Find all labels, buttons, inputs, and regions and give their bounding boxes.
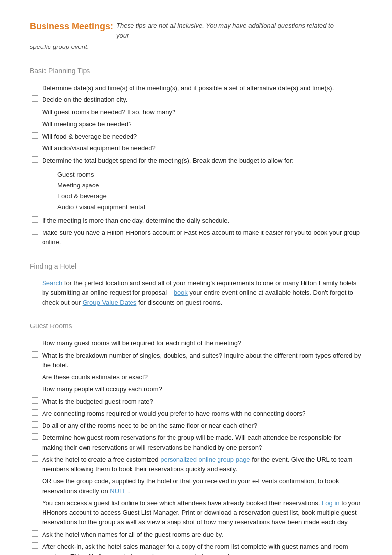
list-item: OR use the group code, supplied by the h…	[30, 476, 362, 496]
checkbox[interactable]	[32, 499, 38, 505]
book-link[interactable]: book	[174, 289, 188, 296]
section-basic-planning: Basic Planning Tips Determine date(s) an…	[30, 66, 362, 247]
checkbox[interactable]	[32, 339, 38, 345]
checkbox[interactable]	[32, 477, 38, 483]
list-item: Will audio/visual equipment be needed?	[30, 143, 362, 153]
budget-item: Food & beverage	[57, 191, 362, 202]
budget-item: Meeting space	[57, 180, 362, 191]
list-item: You can access a guest list online to se…	[30, 498, 362, 527]
checkbox[interactable]	[32, 455, 38, 462]
list-item: What is the budgeted guest room rate?	[30, 397, 362, 407]
list-item: Will food & beverage be needed?	[30, 132, 362, 141]
list-item: What is the breakdown number of singles,…	[30, 351, 362, 370]
budget-breakdown: Guest rooms Meeting space Food & beverag…	[57, 169, 362, 213]
checkbox[interactable]	[32, 144, 38, 150]
header-subtitle: These tips are not all inclusive. You ma…	[116, 20, 344, 40]
checkbox[interactable]	[32, 409, 38, 416]
checkbox[interactable]	[32, 421, 38, 428]
list-item: Are these counts estimates or exact?	[30, 372, 362, 382]
checkbox[interactable]	[32, 216, 38, 223]
basic-planning-list: Determine date(s) and time(s) of the mee…	[30, 83, 362, 166]
list-item: Decide on the destination city.	[30, 95, 362, 105]
checkbox[interactable]	[32, 351, 38, 358]
basic-planning-extra: If the meeting is more than one day, det…	[30, 216, 362, 247]
section-finding-hotel: Finding a Hotel Search for the perfect l…	[30, 261, 362, 308]
section-guest-rooms: Guest Rooms How many guest rooms will be…	[30, 321, 362, 555]
list-item: After check-in, ask the hotel sales mana…	[30, 542, 362, 555]
checkbox[interactable]	[32, 433, 38, 440]
list-item: Ask the hotel when names for all of the …	[30, 530, 362, 540]
section-heading-guest-rooms[interactable]: Guest Rooms	[30, 321, 362, 331]
list-item: Are connecting rooms required or would y…	[30, 409, 362, 418]
checkbox[interactable]	[32, 279, 38, 285]
checkbox[interactable]	[32, 530, 38, 537]
checkbox[interactable]	[32, 132, 38, 139]
list-item: Search for the perfect location and send…	[30, 278, 362, 308]
list-item: Will meeting space be needed?	[30, 119, 362, 129]
list-item: If the meeting is more than one day, det…	[30, 216, 362, 226]
checkbox[interactable]	[32, 108, 38, 114]
list-item: Make sure you have a Hilton HHonors acco…	[30, 228, 362, 247]
guest-rooms-list: How many guest rooms will be required fo…	[30, 338, 362, 555]
checkbox[interactable]	[32, 542, 38, 549]
personalized-group-page-link[interactable]: personalized online group page	[160, 456, 250, 463]
list-item: Do all or any of the rooms need to be on…	[30, 421, 362, 431]
page-title: Business Meetings:	[30, 20, 113, 33]
search-link[interactable]: Search	[42, 279, 62, 287]
list-item: How many guest rooms will be required fo…	[30, 338, 362, 348]
group-value-dates-link[interactable]: Group Value Dates	[83, 299, 137, 306]
budget-item: Guest rooms	[57, 169, 362, 180]
header: Business Meetings: These tips are not al…	[30, 20, 362, 52]
header-note: specific group event.	[30, 42, 362, 52]
list-item: Determine how guest room reservations fo…	[30, 433, 362, 452]
list-item: How many people will occupy each room?	[30, 384, 362, 394]
section-heading-finding-hotel[interactable]: Finding a Hotel	[30, 261, 362, 272]
list-item: Ask the hotel to create a free customize…	[30, 455, 362, 474]
checkbox[interactable]	[32, 373, 38, 379]
checkbox[interactable]	[32, 120, 38, 126]
budget-item: Audio / visual equipment rental	[57, 202, 362, 213]
list-item: Determine date(s) and time(s) of the mee…	[30, 83, 362, 93]
checkbox[interactable]	[32, 229, 38, 235]
checkbox[interactable]	[32, 95, 38, 102]
checkbox[interactable]	[32, 397, 38, 404]
checkbox[interactable]	[32, 84, 38, 90]
list-item: Determine the total budget spend for the…	[30, 156, 362, 166]
checkbox[interactable]	[32, 156, 38, 163]
checkbox[interactable]	[32, 385, 38, 391]
log-in-link[interactable]: Log in	[322, 499, 339, 507]
finding-hotel-list: Search for the perfect location and send…	[30, 278, 362, 308]
list-item: Will guest rooms be needed? If so, how m…	[30, 107, 362, 117]
null-link[interactable]: NULL	[110, 487, 126, 495]
section-heading-basic-planning[interactable]: Basic Planning Tips	[30, 66, 362, 76]
